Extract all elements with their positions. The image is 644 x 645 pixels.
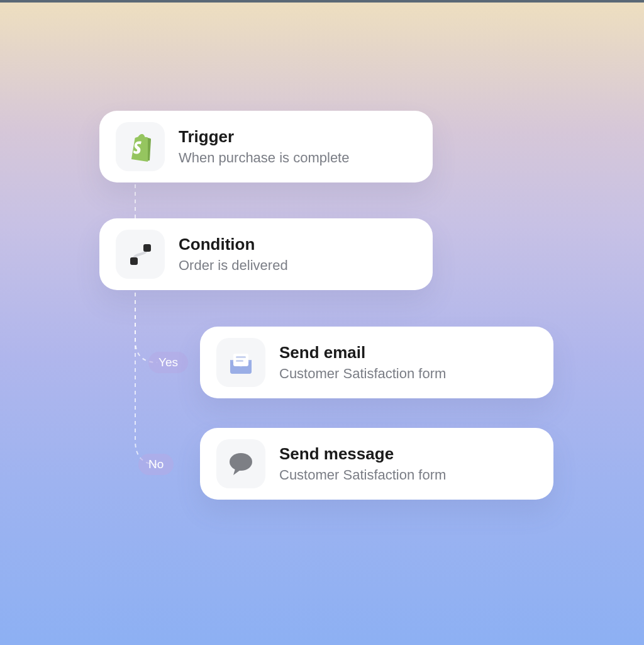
svg-rect-0	[130, 257, 138, 265]
send-message-card[interactable]: Send message Customer Satisfaction form	[200, 428, 553, 500]
trigger-card[interactable]: Trigger When purchase is complete	[99, 111, 433, 182]
workflow-canvas: Trigger When purchase is complete Condit…	[0, 0, 644, 645]
trigger-title: Trigger	[179, 126, 349, 148]
svg-point-5	[230, 453, 252, 471]
shopify-icon	[116, 122, 165, 171]
branch-no-pill: No	[138, 454, 174, 475]
condition-card[interactable]: Condition Order is delivered	[99, 218, 433, 290]
send-message-title: Send message	[279, 444, 446, 465]
send-email-title: Send email	[279, 342, 446, 364]
email-icon	[216, 338, 265, 387]
send-email-subtitle: Customer Satisfaction form	[279, 365, 446, 383]
connector-lines	[0, 0, 644, 645]
branch-yes-pill: Yes	[148, 352, 188, 373]
condition-subtitle: Order is delivered	[179, 257, 288, 275]
send-message-subtitle: Customer Satisfaction form	[279, 466, 446, 485]
svg-rect-1	[143, 244, 151, 252]
svg-rect-3	[236, 356, 246, 358]
condition-title: Condition	[179, 234, 288, 255]
trigger-subtitle: When purchase is complete	[179, 149, 349, 167]
chat-icon	[216, 439, 265, 488]
svg-rect-4	[236, 360, 243, 362]
send-email-card[interactable]: Send email Customer Satisfaction form	[200, 327, 553, 398]
branch-icon	[116, 230, 165, 279]
